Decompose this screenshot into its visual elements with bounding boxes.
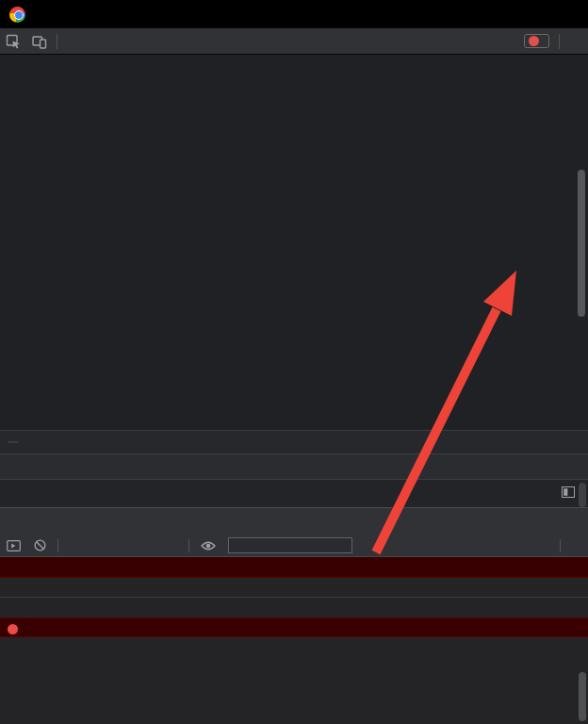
toolbar-divider (559, 34, 560, 49)
styles-scrollbar[interactable] (579, 483, 586, 507)
maximize-button[interactable] (509, 0, 548, 28)
drawer-menu-dots-icon[interactable] (0, 508, 24, 535)
console-toolbar (0, 535, 588, 557)
console-result-row (0, 598, 588, 617)
console-command-row[interactable] (0, 578, 588, 598)
console-messages (0, 557, 588, 724)
close-window-button[interactable] (548, 0, 588, 28)
device-toolbar-icon[interactable] (26, 28, 53, 55)
devtools-toolbar (0, 28, 588, 55)
elements-panel (0, 55, 588, 430)
styles-filter-input[interactable] (0, 487, 283, 501)
console-error-stack-top (0, 557, 588, 578)
error-head (0, 621, 588, 634)
live-expression-eye-icon[interactable] (194, 540, 222, 551)
drawer-tabbar (0, 508, 588, 535)
error-icon (529, 36, 539, 46)
close-drawer-icon[interactable] (565, 508, 588, 535)
breadcrumb (0, 430, 588, 453)
toolbar-divider (57, 34, 57, 49)
toolbar-divider (188, 539, 189, 552)
console-sidebar-toggle-icon[interactable] (0, 540, 27, 551)
window-controls (469, 0, 588, 28)
console-error-message (0, 617, 588, 637)
inspect-element-icon[interactable] (0, 28, 26, 55)
breadcrumb-more-button[interactable] (8, 441, 19, 443)
elements-scrollbar[interactable] (578, 170, 585, 317)
error-head-left (0, 621, 552, 634)
toolbar-divider (560, 539, 561, 552)
console-drawer (0, 507, 588, 724)
styles-filter-row (0, 479, 588, 507)
error-count-badge[interactable] (524, 34, 549, 48)
console-prompt-row[interactable] (0, 637, 588, 644)
styles-pane-tabs (0, 453, 588, 479)
chrome-logo-icon (9, 7, 25, 23)
error-icon (8, 624, 18, 634)
computed-sidebar-toggle-icon[interactable] (562, 486, 575, 501)
devtools-window (0, 0, 588, 724)
console-scrollbar[interactable] (579, 672, 586, 721)
window-titlebar (0, 0, 588, 28)
toolbar-right (524, 34, 588, 49)
console-filter-input[interactable] (228, 537, 352, 553)
clear-console-icon[interactable] (27, 539, 53, 551)
minimize-button[interactable] (469, 0, 509, 28)
console-toolbar-right (555, 539, 588, 552)
toolbar-divider (57, 539, 58, 552)
